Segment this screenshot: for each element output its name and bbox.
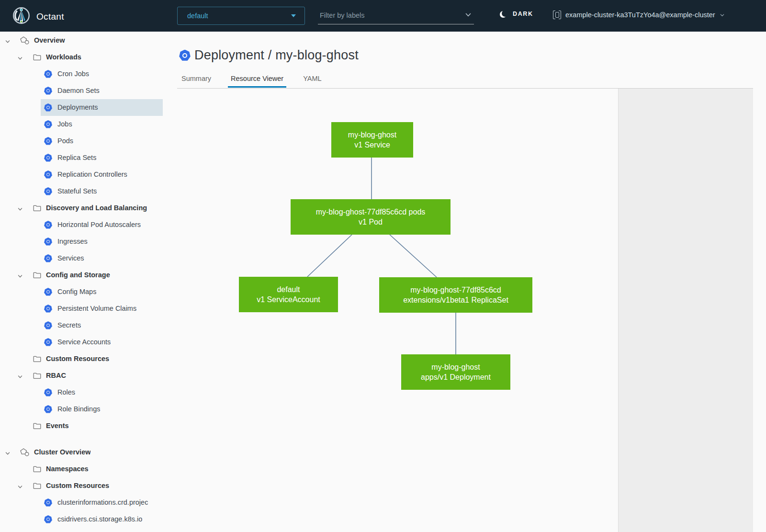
folder-icon [33,466,41,475]
sidebar-item-jobs[interactable]: Jobs [0,116,163,133]
custom-resource-definition-icon [44,515,52,523]
services-icon [44,254,52,262]
sidebar-item-label: Stateful Sets [57,187,97,195]
sidebar-item-events[interactable]: Events [0,418,163,434]
sidebar-item-label: Secrets [57,321,81,329]
sidebar-item-label: Namespaces [46,465,89,473]
sidebar-item-role-bindings[interactable]: Role Bindings [0,401,163,418]
sidebar-item-label: clusterinformations.crd.projec [57,498,148,506]
folder-icon [33,373,41,381]
chevron-down-icon[interactable] [464,11,472,20]
sidebar-item-label: Custom Resources [46,482,109,489]
cron-jobs-icon [44,70,52,78]
sidebar-item-label: Workloads [46,53,81,61]
sidebar-item-custom-resources[interactable]: Custom Resources [0,477,163,494]
folder-icon [33,272,41,281]
chevron-down-icon[interactable] [17,373,23,382]
graph-node-replicaset[interactable]: my-blog-ghost-77df85c6cdextensions/v1bet… [379,277,532,313]
sidebar-item-namespaces[interactable]: Namespaces [0,461,163,477]
folder-icon [33,205,41,214]
sidebar-item-horizontal-pod-autoscalers[interactable]: Horizontal Pod Autoscalers [0,216,163,233]
graph-node-service[interactable]: my-blog-ghostv1 Service [331,122,413,158]
sidebar-item-deployments[interactable]: Deployments [0,99,163,116]
chevron-down-icon [720,12,725,18]
folder-icon [33,423,41,431]
tab-summary[interactable]: Summary [179,71,214,88]
sidebar-item-cron-jobs[interactable]: Cron Jobs [0,66,163,82]
cluster-icon [553,11,561,19]
chevron-down-icon[interactable] [5,38,11,46]
moon-icon [502,10,508,17]
sidebar-item-label: Cron Jobs [57,70,89,78]
sidebar-item-label: RBAC [46,372,66,379]
sidebar-item-label: Cluster Overview [34,448,90,456]
octant-logo-icon [12,7,30,26]
sidebar-item-label: Discovery and Load Balancing [46,204,147,212]
chevron-down-icon[interactable] [17,483,23,492]
sidebar-item-stateful-sets[interactable]: Stateful Sets [0,183,163,200]
page-header: Deployment / my-blog-ghost [179,48,359,63]
sidebar-item-label: Role Bindings [57,405,100,413]
sidebar-item-persistent-volume-claims[interactable]: Persistent Volume Claims [0,300,163,317]
replication-controllers-icon [44,170,52,179]
sidebar-item-service-accounts[interactable]: Service Accounts [0,334,163,351]
tab-yaml[interactable]: YAML [300,71,324,88]
sidebar-item-ingresses[interactable]: Ingresses [0,233,163,250]
cluster-selector[interactable]: example-cluster-ka3TuTzYo4a@example-clus… [553,11,725,19]
sidebar-item-cluster-overview[interactable]: Cluster Overview [0,444,163,461]
sidebar-item-workloads[interactable]: Workloads [0,49,163,66]
applications-icon [20,36,30,46]
sidebar-item-replica-sets[interactable]: Replica Sets [0,149,163,166]
brand[interactable]: Octant [12,7,64,26]
sidebar-item-overview[interactable]: Overview [0,32,163,49]
chevron-down-icon[interactable] [5,450,11,458]
sidebar-item-replication-controllers[interactable]: Replication Controllers [0,166,163,183]
sidebar-item-config-and-storage[interactable]: Config and Storage [0,267,163,283]
graph-node-pods[interactable]: my-blog-ghost-77df85c6cd podsv1 Pod [291,199,451,235]
graph-node-deployment[interactable]: my-blog-ghostapps/v1 Deployment [401,354,510,390]
top-navbar: Octant default Filter by labels DARK exa… [0,0,766,32]
sidebar-item-custom-resources[interactable]: Custom Resources [0,351,163,367]
custom-resource-definition-icon [44,498,52,507]
sidebar-item-rbac[interactable]: RBAC [0,367,163,384]
graph-node-serviceaccount[interactable]: defaultv1 ServiceAccount [239,277,338,312]
sidebar-item-daemon-sets[interactable]: Daemon Sets [0,82,163,99]
sidebar-item-label: Replication Controllers [57,170,127,178]
caret-down-icon [291,14,296,17]
sidebar-item-label: Persistent Volume Claims [57,305,136,312]
sidebar-item-config-maps[interactable]: Config Maps [0,283,163,300]
sidebar-item-label: Custom Resources [46,355,109,362]
sidebar-item-secrets[interactable]: Secrets [0,317,163,334]
sidebar-item-label: Overview [34,36,65,44]
sidebar-item-label: Horizontal Pod Autoscalers [57,221,141,228]
chevron-down-icon[interactable] [17,205,23,214]
persistent-volume-claims-icon [44,305,52,313]
sidebar-item-label: Deployments [57,103,98,111]
deployment-icon [179,50,191,61]
sidebar-item-discovery-and-load-balancing[interactable]: Discovery and Load Balancing [0,200,163,216]
sidebar-item-pods[interactable]: Pods [0,133,163,149]
sidebar-item-roles[interactable]: Roles [0,384,163,401]
dark-theme-toggle[interactable]: DARK [502,11,533,17]
daemon-sets-icon [44,87,52,95]
sidebar-item-label: Config and Storage [46,271,110,279]
chevron-down-icon[interactable] [17,272,23,281]
roles-icon [44,388,52,396]
sidebar-item-label: Daemon Sets [57,87,100,94]
sidebar-item-services[interactable]: Services [0,250,163,267]
label-filter-input[interactable]: Filter by labels [318,7,474,24]
applications-icon [20,448,30,458]
sidebar-item-csidrivers-csi-storage-k8s-io[interactable]: csidrivers.csi.storage.k8s.io [0,511,163,528]
service-accounts-icon [44,338,52,346]
folder-icon [33,356,41,364]
sidebar-item-label: csidrivers.csi.storage.k8s.io [57,515,142,523]
folder-icon [33,483,41,491]
sidebar-item-clusterinformations-crd-projec[interactable]: clusterinformations.crd.projec [0,494,163,511]
role-bindings-icon [44,405,52,413]
resource-detail-panel [618,89,753,532]
sidebar-item-label: Jobs [57,120,72,128]
dark-theme-label: DARK [513,11,533,17]
namespace-select[interactable]: default [177,7,305,25]
tab-resource-viewer[interactable]: Resource Viewer [228,71,286,88]
chevron-down-icon[interactable] [17,55,23,63]
